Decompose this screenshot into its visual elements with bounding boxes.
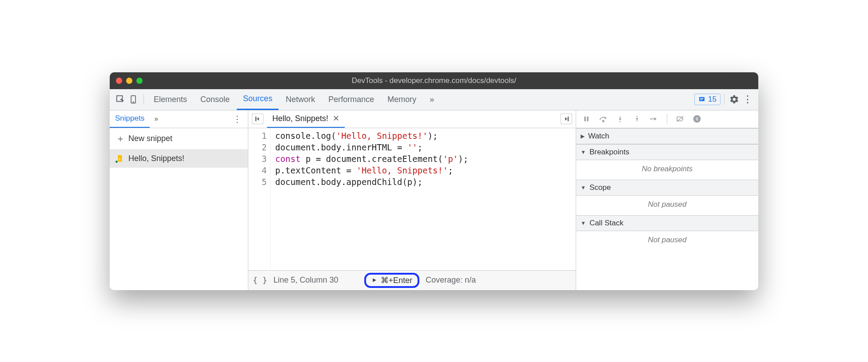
navigator-pane: Snippets » ⋮ ＋ New snippet Hello, Snippe…: [110, 110, 248, 290]
scope-empty: Not paused: [576, 196, 758, 215]
step-into-icon[interactable]: [613, 115, 627, 122]
divider: [724, 94, 725, 105]
new-snippet-button[interactable]: ＋ New snippet: [110, 128, 248, 150]
deactivate-breakpoints-icon[interactable]: [673, 115, 687, 122]
nav-forward-icon[interactable]: [561, 114, 572, 124]
run-shortcut-label: ⌘+Enter: [381, 275, 413, 285]
callstack-label: Call Stack: [589, 219, 624, 228]
step-icon[interactable]: [647, 115, 661, 122]
snippet-file-icon: [116, 154, 124, 162]
window-titlebar: DevTools - developer.chrome.com/docs/dev…: [110, 72, 758, 89]
main-tabbar: Elements Console Sources Network Perform…: [110, 89, 758, 110]
svg-rect-6: [256, 117, 256, 121]
svg-rect-17: [697, 117, 698, 121]
inspect-element-icon[interactable]: [114, 93, 127, 106]
navigator-more-tabs-icon[interactable]: »: [150, 115, 163, 123]
code-editor[interactable]: 12345 console.log('Hello, Snippets!');do…: [248, 128, 576, 270]
debugger-pane: ▶ Watch ▼ Breakpoints No breakpoints ▼ S…: [576, 110, 758, 290]
close-file-icon[interactable]: ✕: [333, 114, 339, 123]
devtools-window: DevTools - developer.chrome.com/docs/dev…: [110, 72, 758, 290]
svg-rect-3: [699, 97, 705, 101]
navigator-tab-snippets[interactable]: Snippets: [110, 110, 150, 128]
more-tabs-icon[interactable]: »: [423, 89, 440, 110]
svg-point-10: [602, 120, 604, 122]
editor-pane: Hello, Snippets! ✕ 12345 console.log('He…: [248, 110, 576, 290]
editor-header: Hello, Snippets! ✕: [248, 110, 576, 128]
minimize-window-button[interactable]: [126, 78, 132, 84]
collapse-icon: ▼: [581, 185, 586, 191]
svg-rect-16: [696, 117, 697, 121]
svg-rect-4: [700, 98, 704, 98]
breakpoints-label: Breakpoints: [589, 148, 629, 157]
plus-icon: ＋: [116, 133, 125, 145]
svg-rect-8: [584, 117, 585, 122]
svg-point-12: [637, 116, 638, 117]
tab-sources[interactable]: Sources: [237, 89, 279, 110]
issues-badge[interactable]: 15: [694, 94, 721, 105]
pretty-print-icon[interactable]: { }: [253, 275, 267, 285]
svg-rect-9: [587, 117, 588, 122]
expand-icon: ▶: [581, 133, 585, 139]
snippet-item-label: Hello, Snippets!: [128, 154, 184, 163]
divider: [143, 94, 144, 105]
svg-rect-5: [700, 99, 702, 100]
svg-point-13: [650, 118, 652, 120]
tab-console[interactable]: Console: [194, 89, 236, 110]
run-snippet-button[interactable]: ⌘+Enter: [364, 273, 420, 288]
nav-back-icon[interactable]: [252, 114, 263, 124]
watch-label: Watch: [588, 132, 609, 141]
step-out-icon[interactable]: [630, 115, 644, 122]
breakpoints-section-header[interactable]: ▼ Breakpoints: [576, 144, 758, 160]
settings-icon[interactable]: [728, 93, 741, 106]
svg-rect-7: [568, 117, 569, 121]
kebab-menu-icon[interactable]: ⋮: [741, 93, 754, 106]
editor-file-label: Hello, Snippets!: [272, 114, 328, 123]
window-controls: [116, 78, 143, 84]
watch-section-header[interactable]: ▶ Watch: [576, 128, 758, 144]
window-title: DevTools - developer.chrome.com/docs/dev…: [352, 76, 516, 85]
new-snippet-label: New snippet: [128, 134, 172, 143]
issues-icon: [698, 96, 705, 103]
pause-exceptions-icon[interactable]: [690, 115, 704, 123]
breakpoints-empty: No breakpoints: [576, 160, 758, 180]
editor-footer: { } Line 5, Column 30 ⌘+Enter Coverage: …: [248, 270, 576, 290]
divider: [667, 114, 667, 124]
debugger-toolbar: [576, 110, 758, 128]
pause-icon[interactable]: [580, 115, 593, 122]
tab-performance[interactable]: Performance: [322, 89, 380, 110]
cursor-position: Line 5, Column 30: [274, 275, 338, 285]
play-icon: [371, 277, 377, 283]
tab-elements[interactable]: Elements: [147, 89, 193, 110]
issues-count: 15: [708, 95, 717, 104]
callstack-section-header[interactable]: ▼ Call Stack: [576, 215, 758, 231]
snippet-item[interactable]: Hello, Snippets!: [110, 150, 248, 168]
navigator-menu-icon[interactable]: ⋮: [227, 114, 248, 124]
coverage-label: Coverage: n/a: [426, 275, 476, 285]
tab-memory[interactable]: Memory: [381, 89, 422, 110]
svg-point-11: [620, 121, 621, 122]
maximize-window-button[interactable]: [136, 78, 143, 84]
navigator-header: Snippets » ⋮: [110, 110, 248, 128]
collapse-icon: ▼: [581, 149, 586, 155]
code-content[interactable]: console.log('Hello, Snippets!');document…: [271, 128, 473, 270]
tab-network[interactable]: Network: [279, 89, 321, 110]
editor-file-tab[interactable]: Hello, Snippets! ✕: [267, 110, 345, 128]
collapse-icon: ▼: [581, 220, 586, 226]
step-over-icon[interactable]: [597, 115, 610, 122]
work-area: Snippets » ⋮ ＋ New snippet Hello, Snippe…: [110, 110, 758, 290]
callstack-empty: Not paused: [576, 231, 758, 251]
close-window-button[interactable]: [116, 78, 122, 84]
device-toggle-icon[interactable]: [127, 93, 140, 106]
scope-label: Scope: [589, 183, 611, 192]
line-gutter: 12345: [248, 128, 271, 270]
scope-section-header[interactable]: ▼ Scope: [576, 180, 758, 196]
